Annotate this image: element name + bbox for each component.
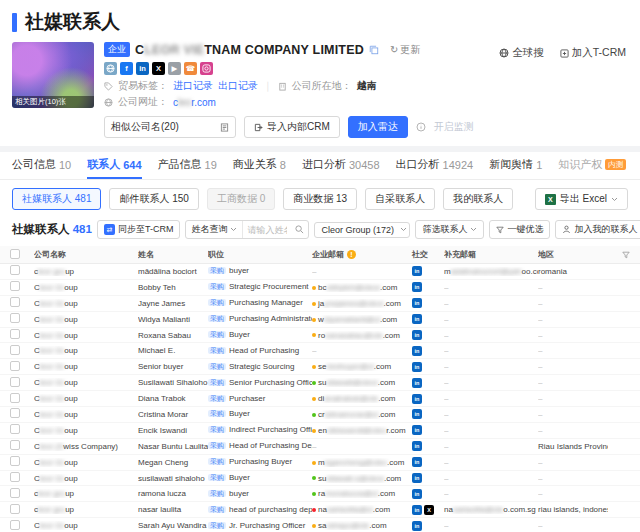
name-search-input[interactable] bbox=[243, 223, 291, 237]
linkedin-icon[interactable]: in bbox=[136, 62, 149, 75]
row-checkbox[interactable] bbox=[10, 361, 20, 371]
tab-business-relations[interactable]: 商业关系8 bbox=[233, 152, 286, 179]
row-checkbox[interactable] bbox=[10, 472, 20, 482]
subtab-self-collected-contacts[interactable]: 自采联系人 bbox=[365, 188, 435, 210]
column-filter-icon[interactable] bbox=[616, 251, 630, 259]
add-my-contacts-button[interactable]: 加入我的联系人 bbox=[555, 220, 640, 239]
linkedin-icon[interactable]: in bbox=[412, 489, 422, 499]
export-excel-button[interactable]: X导出 Excel bbox=[535, 188, 628, 210]
export-records-link[interactable]: 出口记录 bbox=[218, 79, 258, 93]
subtab-email-contacts[interactable]: 邮件联系人 150 bbox=[109, 188, 198, 210]
name-cell: Nasar Buntu Laulita, … bbox=[138, 442, 208, 451]
subtab-my-contacts[interactable]: 我的联系人 bbox=[443, 188, 513, 210]
linkedin-icon[interactable]: in bbox=[412, 346, 422, 356]
info-icon[interactable] bbox=[416, 122, 426, 132]
company-value: Cleor Group bbox=[34, 283, 78, 292]
row-checkbox[interactable] bbox=[10, 488, 20, 498]
row-checkbox[interactable] bbox=[10, 329, 20, 339]
phone-icon[interactable]: ☎ bbox=[184, 62, 197, 75]
row-checkbox[interactable] bbox=[10, 281, 20, 291]
row-checkbox[interactable] bbox=[10, 440, 20, 450]
col-enterprise-email: 企业邮箱! bbox=[312, 249, 412, 260]
enable-monitor-button[interactable]: 开启监测 bbox=[434, 120, 474, 134]
linkedin-icon[interactable]: in bbox=[412, 505, 422, 515]
position-cell: 采购Senior Purchasing Officer bbox=[208, 378, 312, 388]
facebook-icon[interactable]: f bbox=[120, 62, 133, 75]
website-link[interactable]: cleor.com bbox=[173, 97, 216, 108]
position-tag: 采购 bbox=[208, 395, 226, 402]
social-cell: in bbox=[412, 521, 444, 531]
global-search-link[interactable]: 全球搜 bbox=[499, 46, 544, 60]
update-button[interactable]: ↻更新 bbox=[390, 43, 420, 57]
row-checkbox[interactable] bbox=[10, 313, 20, 323]
position-tag: 采购 bbox=[208, 331, 226, 338]
select-all-checkbox[interactable] bbox=[10, 249, 20, 259]
position-cell: 采购Buyer bbox=[208, 330, 312, 340]
linkedin-icon[interactable]: in bbox=[412, 473, 422, 483]
linkedin-icon[interactable]: in bbox=[412, 298, 422, 308]
linkedin-icon[interactable]: in bbox=[412, 282, 422, 292]
instagram-icon[interactable] bbox=[200, 62, 213, 75]
search-icon[interactable] bbox=[291, 225, 308, 234]
position-cell: 采购Indirect Purchasing Officer bbox=[208, 425, 312, 435]
website-icon[interactable] bbox=[104, 62, 117, 75]
email-status-dot bbox=[312, 508, 316, 512]
region-cell: Riau Islands Province… bbox=[538, 442, 608, 451]
linkedin-icon[interactable]: in bbox=[412, 441, 422, 451]
tab-import-analysis[interactable]: 进口分析30458 bbox=[302, 152, 380, 179]
extra-email-value: nasarlaulita@cleo.com.sg bbox=[444, 505, 536, 514]
x-icon[interactable]: X bbox=[424, 505, 434, 515]
row-checkbox[interactable] bbox=[10, 408, 20, 418]
row-checkbox[interactable] bbox=[10, 377, 20, 387]
x-icon[interactable]: X bbox=[152, 62, 165, 75]
name-cell: Senior buyer bbox=[138, 362, 208, 371]
one-click-select-button[interactable]: 一键优选 bbox=[489, 220, 550, 239]
row-checkbox[interactable] bbox=[10, 345, 20, 355]
tab-export-analysis[interactable]: 出口分析14924 bbox=[396, 152, 474, 179]
company-photo[interactable]: 相关图片(10)张 bbox=[12, 42, 94, 108]
linkedin-icon[interactable]: in bbox=[412, 362, 422, 372]
col-social: 社交 bbox=[412, 249, 444, 260]
row-checkbox-cell bbox=[10, 297, 34, 309]
import-crm-button[interactable]: 导入内部CRM bbox=[244, 116, 340, 138]
tab-company-info[interactable]: 公司信息10 bbox=[12, 152, 71, 179]
sync-tcrm-button[interactable]: ⇄同步至T-CRM bbox=[97, 220, 181, 239]
linkedin-icon[interactable]: in bbox=[412, 425, 422, 435]
tab-contacts[interactable]: 联系人644 bbox=[87, 152, 141, 179]
company-actions: 相似公司名(20) 导入内部CRM 加入雷达 开启监测 bbox=[104, 116, 628, 138]
linkedin-icon[interactable]: in bbox=[412, 394, 422, 404]
tab-count: 8 bbox=[280, 159, 286, 171]
youtube-icon[interactable]: ▶ bbox=[168, 62, 181, 75]
name-query-dropdown[interactable]: 姓名查询 bbox=[186, 221, 243, 238]
row-checkbox[interactable] bbox=[10, 520, 20, 530]
similar-company-select[interactable]: 相似公司名(20) bbox=[104, 116, 236, 138]
email-cell: jaynejames@cleor.com bbox=[312, 299, 412, 308]
filter-contacts-dropdown[interactable]: 筛选联系人 bbox=[415, 220, 484, 239]
linkedin-icon[interactable]: in bbox=[412, 521, 422, 531]
import-records-link[interactable]: 进口记录 bbox=[173, 79, 213, 93]
join-tcrm-link[interactable]: 加入T-CRM bbox=[560, 46, 626, 60]
linkedin-icon[interactable]: in bbox=[412, 378, 422, 388]
join-radar-button[interactable]: 加入雷达 bbox=[348, 116, 408, 138]
linkedin-icon[interactable]: in bbox=[412, 457, 422, 467]
row-checkbox[interactable] bbox=[10, 265, 20, 275]
subtab-business-data[interactable]: 商业数据 13 bbox=[283, 188, 357, 210]
tab-product-info[interactable]: 产品信息19 bbox=[158, 152, 217, 179]
row-checkbox[interactable] bbox=[10, 456, 20, 466]
linkedin-icon[interactable]: in bbox=[412, 314, 422, 324]
linkedin-icon[interactable]: in bbox=[412, 409, 422, 419]
group-select[interactable]: Cleor Group (172) bbox=[314, 222, 410, 238]
row-checkbox[interactable] bbox=[10, 297, 20, 307]
region-cell: – bbox=[538, 378, 608, 387]
row-checkbox[interactable] bbox=[10, 504, 20, 514]
contact-subtabs: 社媒联系人 481邮件联系人 150工商数据 0商业数据 13自采联系人我的联系… bbox=[0, 180, 640, 217]
row-checkbox[interactable] bbox=[10, 393, 20, 403]
subtab-social-media-contacts[interactable]: 社媒联系人 481 bbox=[12, 188, 101, 210]
copy-icon[interactable] bbox=[369, 45, 379, 55]
tab-intellectual-property[interactable]: 知识产权内测 bbox=[558, 152, 626, 179]
row-checkbox[interactable] bbox=[10, 424, 20, 434]
row-checkbox-cell bbox=[10, 456, 34, 468]
linkedin-icon[interactable]: in bbox=[412, 330, 422, 340]
tab-news-sentiment[interactable]: 新闻舆情1 bbox=[489, 152, 542, 179]
linkedin-icon[interactable]: in bbox=[412, 266, 422, 276]
